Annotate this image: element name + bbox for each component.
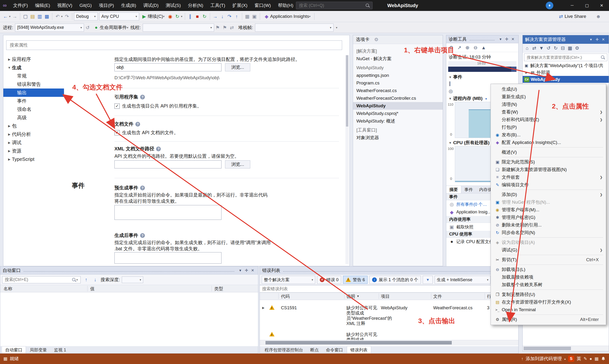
help-icon[interactable]: ? [140,186,145,190]
expander-icon[interactable]: ▶ [262,305,265,311]
minimize-button[interactable]: ─ [565,0,580,11]
zoom-in-icon[interactable]: ⊕ [464,44,471,52]
chevron-down-icon[interactable]: ▾ [497,37,504,41]
error-list-horizontal-scrollbar[interactable] [260,340,518,345]
postbuild-event-input[interactable] [115,252,221,264]
export-icon[interactable]: ↗ [456,44,463,52]
base-output-path-input[interactable] [115,63,221,71]
ctx-unload-project[interactable]: ⊖卸载项目(L) [491,266,605,273]
feedback-icon[interactable]: ☻ [595,13,602,20]
flag-threads-icon[interactable]: ⚑ [214,24,221,31]
zoom-out-icon[interactable]: ⊖ [472,44,479,52]
ctx-rebuild[interactable]: 重新生成(E) [491,93,605,101]
ctx-overview[interactable]: 概述(V) [491,148,605,156]
menu-edit[interactable]: 编辑(E) [31,0,53,11]
external-sources-node[interactable]: ▶ ▤ 外部源 [523,69,609,76]
solution-explorer-horizontal-scrollbar[interactable] [523,346,609,351]
warnings-filter-button[interactable]: 警告 6 [343,276,368,284]
pin-icon[interactable]: ✛ [243,268,249,273]
ctx-add[interactable]: 添加(D)❯ [491,191,605,198]
stop-debugging-icon[interactable]: ■ [194,13,201,20]
maximize-button[interactable]: ▢ [580,0,594,11]
show-next-statement-icon[interactable]: → [212,13,219,20]
show-flagged-only-icon[interactable]: ⚑ [221,24,228,31]
nav-code-analysis[interactable]: ▶代码分析 [3,130,64,139]
autos-search-input[interactable] [4,277,72,282]
close-icon[interactable]: ✕ [249,268,256,273]
error-scope-combobox[interactable]: 整个解决方案▾ [262,276,315,284]
nav-build[interactable]: ▼生成 [3,64,64,72]
chevron-down-icon[interactable]: ▾ [237,268,243,273]
ctx-cut[interactable]: ✂剪切(T)Ctrl+X [491,256,605,264]
ctx-load-entire-dependency-tree[interactable]: 加载整个依赖关系树 [491,281,605,289]
messages-filter-button[interactable]: i 展示 1 个消息的 0 个 [369,276,421,284]
collapse-all-icon[interactable]: ⊟ [559,44,566,52]
solution-explorer-search-box[interactable] [524,53,607,61]
tab-item-program-cs[interactable]: Program.cs [353,79,443,87]
column-file[interactable]: 文件 [433,293,442,300]
process-combobox[interactable]: [5948] WebApiStudy.exe▾ [15,24,84,32]
xml-doc-path-input[interactable] [115,160,221,169]
column-name[interactable]: 名称 [4,285,12,292]
add-to-source-control-button[interactable]: 添加到源代码管理 [526,356,562,362]
nav-application[interactable]: ▶应用程序 [3,55,64,64]
help-icon[interactable]: ? [140,233,145,238]
toggle-suspended-icon[interactable]: ⇄ [228,24,235,31]
timeline-ruler[interactable]: 18:03 [448,61,517,66]
ctx-manage-client-libraries[interactable]: ◉管理客户端库(M)... [491,206,605,214]
quick-search-box[interactable] [296,2,373,9]
ctx-debug[interactable]: 调试(G)❯ [491,246,605,254]
search-up-icon[interactable]: ↑ [83,276,90,284]
tab-item-weatherforecastcontroller-cs[interactable]: WeatherForecastController.cs [353,94,443,102]
ctx-load-direct-dependencies[interactable]: 加载直接依赖项 [491,273,605,281]
pen-icon[interactable]: ✎ [583,356,587,361]
ctx-open-in-terminal[interactable]: >_Open in Terminal [491,306,605,313]
switch-views-icon[interactable]: ⇄ [531,44,538,52]
nav-build-strong-naming[interactable]: 强命名 [3,105,64,114]
continue-button[interactable]: ▶ 继续(C) ▾ [139,12,167,20]
ctx-properties[interactable]: ⚙属性(R)Alt+Enter [491,316,605,323]
caret-up-icon[interactable]: ▴ [564,357,566,360]
events-swimlane-header[interactable]: ▼ 事件 [446,74,518,80]
find-in-files-icon[interactable]: ▣ [251,13,258,20]
show-all-files-icon[interactable]: ▦ [566,44,573,52]
bell-icon[interactable] [601,356,606,361]
refresh-icon[interactable]: ↻ [552,44,559,52]
menu-tools[interactable]: 工具(T) [207,0,229,11]
filter-button[interactable]: ▼ [423,276,433,284]
column-value[interactable]: 值 [90,285,95,292]
ctx-new-solution-explorer-view[interactable]: ❏新建解决方案资源管理器视图(N) [491,166,605,173]
ctx-set-as-startup[interactable]: ◈设为启动项目(A) [491,239,605,246]
project-node-webapistudy[interactable]: C# WebApiStudy [523,76,609,83]
process-sync-icon[interactable]: ↺ [84,24,91,31]
step-over-icon[interactable]: ↷ [226,13,233,20]
home-icon[interactable]: ⌂ [524,44,531,52]
chevron-down-icon[interactable]: ▾ [588,37,594,42]
undo-icon[interactable]: ↶ [54,13,61,20]
menu-view[interactable]: 视图(V) [54,0,76,11]
ctx-remove-unused-references[interactable]: ⊘删除未使用的引用... [491,221,605,229]
menu-file[interactable]: 文件(F) [10,0,31,11]
menu-build[interactable]: 生成(B) [117,0,140,11]
base-output-browse-button[interactable]: 浏览... [225,63,250,71]
nav-package[interactable]: ▶包 [3,122,64,130]
solution-configuration-combobox[interactable]: Debug▾ [74,12,98,20]
background-tasks-icon[interactable]: ▦ [3,356,7,361]
close-icon[interactable]: ✕ [510,37,516,41]
ime-indicator[interactable]: 英 [577,356,581,362]
help-icon[interactable]: ? [156,146,161,151]
hot-reload-caret-icon[interactable]: ▾ [181,15,182,18]
thread-combobox[interactable]: ▾ [143,24,214,32]
autos-search-box[interactable]: ▾ [2,276,81,283]
tab-autos[interactable]: 自动窗口 [2,346,26,353]
ctx-copy-full-path[interactable]: ❐复制完整路径(U) [491,291,605,298]
tab-watch-1[interactable]: 监视 1 [51,346,69,353]
column-code[interactable]: 代码 [281,293,290,300]
menu-test[interactable]: 测试(S) [162,0,184,11]
properties-vertical-scrollbar[interactable] [345,55,349,264]
pin-icon[interactable]: ✛ [504,37,510,41]
menu-debug[interactable]: 调试(D) [140,0,162,11]
nav-typescript[interactable]: ▶TypeScript [3,155,64,163]
stack-frame-combobox[interactable]: ▾ [255,24,334,32]
help-icon[interactable]: ? [135,122,140,127]
